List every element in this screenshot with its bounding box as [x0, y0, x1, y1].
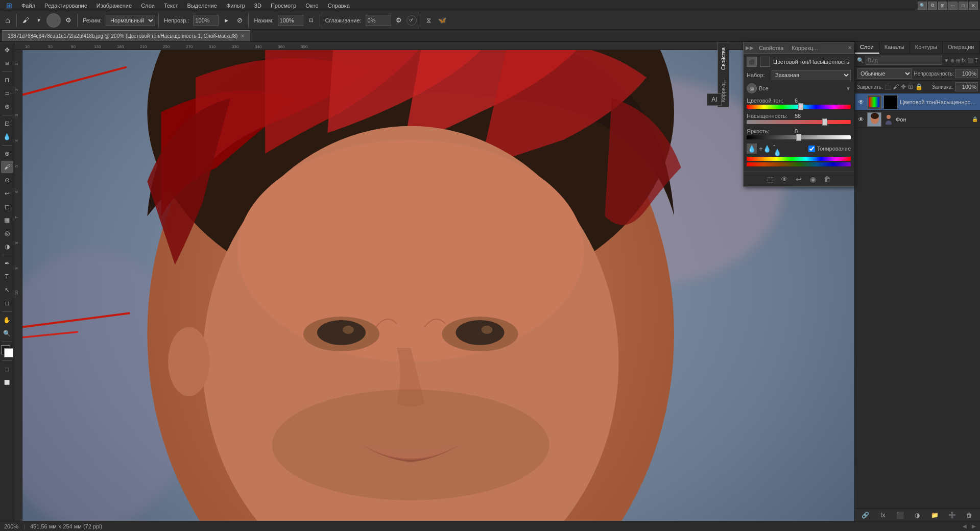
- new-group-icon[interactable]: 📁: [929, 510, 940, 520]
- hue-slider-track[interactable]: [747, 105, 851, 109]
- dodge-tool[interactable]: ◑: [1, 240, 13, 253]
- text-tool[interactable]: T: [1, 271, 13, 283]
- tab-channels[interactable]: Каналы: [879, 42, 910, 54]
- minimize-button[interactable]: —: [948, 2, 958, 10]
- butterfly-icon[interactable]: 🦋: [437, 15, 448, 26]
- home-icon[interactable]: ⌂: [2, 15, 13, 26]
- airbrush-icon[interactable]: ⊘: [234, 15, 245, 26]
- zoom-tool[interactable]: 🔍: [1, 327, 13, 340]
- lock-position-icon[interactable]: ✥: [901, 83, 906, 90]
- correction-tab[interactable]: Коррекц...: [788, 44, 821, 52]
- eyedropper-icon[interactable]: 💧: [747, 143, 757, 154]
- new-adjustment-icon[interactable]: ◑: [912, 510, 922, 520]
- layer-group-icon[interactable]: ⊞: [956, 58, 960, 63]
- colorize-checkbox[interactable]: [808, 146, 815, 152]
- delete-layer-icon[interactable]: 🗑: [964, 510, 974, 520]
- brush-tool-icon[interactable]: 🖌: [20, 15, 31, 26]
- clip-to-layer-icon[interactable]: ⬚: [765, 174, 775, 184]
- tab-layers[interactable]: Слои: [855, 42, 879, 54]
- gradient-tool[interactable]: ▦: [1, 214, 13, 226]
- properties-tab[interactable]: Свойства: [756, 44, 786, 52]
- app-icon[interactable]: ⊞: [2, 1, 16, 11]
- tab-close-icon[interactable]: ✕: [241, 33, 245, 39]
- toggle-visibility-icon[interactable]: 👁: [779, 174, 790, 184]
- angle-icon[interactable]: 0°: [407, 15, 417, 26]
- eyedropper-plus-icon[interactable]: +💧: [760, 143, 770, 154]
- canvas-area[interactable]: Al: [22, 50, 854, 521]
- clone-tool[interactable]: ⊙: [1, 174, 13, 186]
- pen-tool[interactable]: ✒: [1, 257, 13, 270]
- menu-text[interactable]: Текст: [160, 2, 182, 10]
- smoothing-input[interactable]: [366, 15, 391, 26]
- preset-select[interactable]: Заказная: [772, 70, 851, 80]
- menu-layers[interactable]: Слои: [137, 2, 159, 10]
- tool-options-icon[interactable]: ▼: [33, 15, 44, 26]
- nav-right-icon[interactable]: ▶: [972, 523, 976, 529]
- layers-search-input[interactable]: [866, 56, 942, 65]
- layer-eye-bg[interactable]: 👁: [857, 115, 865, 124]
- expand-icon[interactable]: ▶▶: [746, 45, 754, 51]
- quick-select-tool[interactable]: ⊕: [1, 101, 13, 113]
- smoothing-options-icon[interactable]: ⚙: [393, 15, 404, 26]
- colorize-label[interactable]: Тонирование: [808, 146, 851, 152]
- lock-transparent-icon[interactable]: ⬚: [885, 83, 891, 90]
- mode-select[interactable]: Нормальный: [106, 15, 155, 26]
- quick-mask-tool[interactable]: ⬚: [1, 363, 13, 375]
- channel-expand-icon[interactable]: ▼: [846, 86, 851, 91]
- marquee-tool[interactable]: ⊓: [1, 74, 13, 86]
- layer-eye-hue-sat[interactable]: 👁: [857, 98, 865, 106]
- hand-tool[interactable]: ✋: [1, 314, 13, 326]
- link-layers-icon[interactable]: 🔗: [861, 510, 871, 520]
- history-brush-tool[interactable]: ↩: [1, 187, 13, 200]
- menu-3d[interactable]: 3D: [250, 2, 266, 10]
- opacity-input[interactable]: [955, 69, 978, 78]
- layer-hue-sat[interactable]: 👁: [855, 93, 980, 111]
- max-input[interactable]: [278, 15, 303, 26]
- fill-input[interactable]: [955, 82, 978, 91]
- opacity-expand-icon[interactable]: ▶: [221, 15, 232, 26]
- lock-artboard-icon[interactable]: ⊞: [908, 83, 913, 90]
- panel-close-icon[interactable]: ✕: [848, 45, 852, 51]
- layer-background[interactable]: 👁: [855, 111, 980, 128]
- opacity-input[interactable]: [193, 15, 219, 26]
- lock-image-icon[interactable]: 🖌: [893, 83, 899, 90]
- foreground-color[interactable]: [1, 345, 13, 357]
- document-tab[interactable]: 16871d7684c8478caa1c172fa2bf418b.jpg @ 2…: [2, 30, 250, 41]
- hue-slider-thumb[interactable]: [798, 103, 803, 110]
- add-style-icon[interactable]: fx: [878, 510, 888, 520]
- layer-mask-icon[interactable]: ⬛: [967, 58, 973, 63]
- new-layer-icon[interactable]: ➕: [947, 510, 957, 520]
- menu-view[interactable]: Просмотр: [267, 2, 300, 10]
- shape-tool[interactable]: □: [1, 297, 13, 309]
- workspace-icon[interactable]: ⊞: [938, 2, 947, 10]
- healing-tool[interactable]: ⊕: [1, 148, 13, 160]
- search-expand-icon[interactable]: ▼: [944, 58, 949, 63]
- new-layer-from-panel-icon[interactable]: ⊕: [950, 58, 954, 63]
- lock-all-icon[interactable]: 🔒: [915, 83, 923, 90]
- nav-left-icon[interactable]: ◀: [963, 523, 967, 529]
- layer-fx-icon[interactable]: fx: [962, 58, 966, 63]
- arrange-icon[interactable]: ⧉: [928, 2, 937, 10]
- artboard-tool[interactable]: ⊞: [1, 57, 13, 69]
- add-mask-icon[interactable]: ⬛: [895, 510, 905, 520]
- pressure-icon[interactable]: ⊡: [305, 15, 317, 26]
- lasso-tool[interactable]: ⊃: [1, 87, 13, 100]
- eyedropper-tool[interactable]: 💧: [1, 131, 13, 143]
- blend-mode-select[interactable]: Обычные: [857, 68, 912, 79]
- saturation-slider-thumb[interactable]: [822, 118, 827, 126]
- menu-image[interactable]: Изображение: [92, 2, 136, 10]
- menu-filter[interactable]: Фильтр: [222, 2, 249, 10]
- brush-options-icon[interactable]: ⚙: [63, 15, 74, 26]
- delete-adjustment-icon[interactable]: 🗑: [822, 174, 832, 184]
- close-button[interactable]: ✕: [969, 2, 978, 10]
- tab-operations[interactable]: Операции: [943, 42, 979, 54]
- brush-preset-icon[interactable]: [46, 13, 61, 28]
- move-tool[interactable]: ✥: [1, 44, 13, 56]
- layer-text-icon[interactable]: T: [975, 58, 978, 63]
- tab-contours[interactable]: Контуры: [910, 42, 943, 54]
- path-select-tool[interactable]: ↖: [1, 284, 13, 296]
- blur-tool[interactable]: ◎: [1, 227, 13, 239]
- symmetry-icon[interactable]: ⧖: [423, 15, 435, 26]
- reset-icon[interactable]: ↩: [794, 174, 804, 184]
- screen-mode-tool[interactable]: ⬜: [1, 376, 13, 389]
